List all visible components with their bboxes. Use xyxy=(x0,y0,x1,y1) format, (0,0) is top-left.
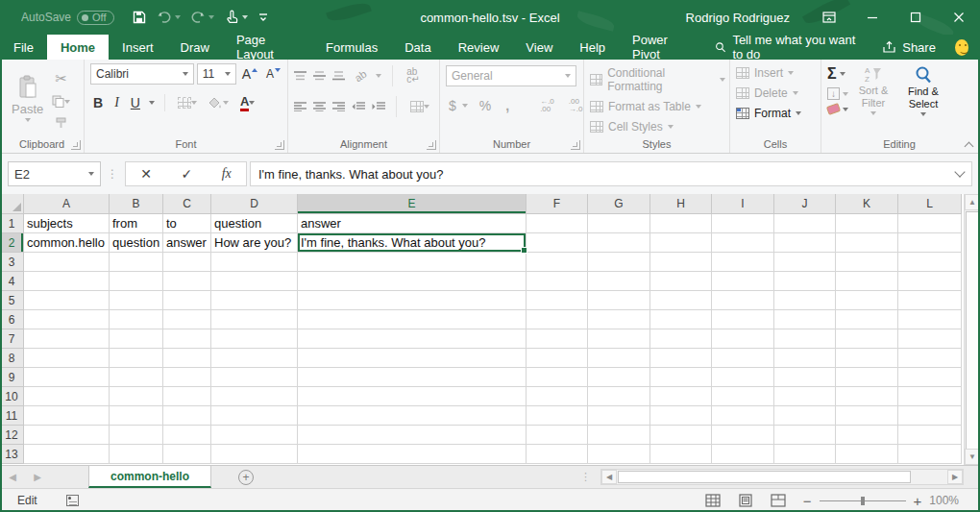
cell-B3[interactable] xyxy=(110,253,163,272)
paste-button[interactable]: Paste xyxy=(6,73,49,124)
redo-dropdown-icon[interactable] xyxy=(208,15,214,19)
column-header-L[interactable]: L xyxy=(898,194,962,214)
cell-J8[interactable] xyxy=(774,349,836,368)
tab-data[interactable]: Data xyxy=(391,35,444,60)
undo-dropdown-icon[interactable] xyxy=(175,15,181,19)
cell-B13[interactable] xyxy=(110,445,163,464)
cell-D6[interactable] xyxy=(211,310,298,329)
conditional-formatting-button[interactable]: Conditional Formatting xyxy=(590,66,725,93)
cell-B6[interactable] xyxy=(110,310,163,329)
zoom-slider[interactable] xyxy=(820,500,906,501)
cancel-entry-button[interactable]: ✕ xyxy=(140,166,152,182)
tab-page-layout[interactable]: Page Layout xyxy=(223,35,312,60)
name-box-dropdown-icon[interactable] xyxy=(88,172,94,176)
cell-F6[interactable] xyxy=(527,310,588,329)
ribbon-display-options-button[interactable] xyxy=(807,0,850,35)
cell-D2[interactable]: How are you? xyxy=(211,233,298,253)
cell-J1[interactable] xyxy=(774,214,836,233)
tell-me-box[interactable]: Tell me what you want to do xyxy=(705,33,869,61)
cell-A13[interactable] xyxy=(24,445,110,464)
cell-B11[interactable] xyxy=(110,406,163,426)
cell-E6[interactable] xyxy=(298,310,527,329)
cell-G11[interactable] xyxy=(588,406,650,426)
increase-decimal-button[interactable]: ←.0.00 xyxy=(537,96,557,115)
cell-G1[interactable] xyxy=(588,214,650,233)
cell-K1[interactable] xyxy=(836,214,898,233)
row-header-1[interactable]: 1 xyxy=(0,214,24,233)
cell-J7[interactable] xyxy=(774,329,836,349)
cell-H4[interactable] xyxy=(650,272,712,291)
cell-L9[interactable] xyxy=(898,368,962,387)
cell-I8[interactable] xyxy=(712,349,774,368)
share-button[interactable]: Share xyxy=(872,40,945,55)
cell-I12[interactable] xyxy=(712,426,774,445)
number-format-combo[interactable]: General xyxy=(446,65,576,86)
cell-C13[interactable] xyxy=(163,445,211,464)
column-header-B[interactable]: B xyxy=(110,194,163,214)
clipboard-dialog-launcher-icon[interactable] xyxy=(71,140,81,150)
cell-F5[interactable] xyxy=(527,291,588,310)
cell-C8[interactable] xyxy=(163,349,211,368)
cell-L8[interactable] xyxy=(898,349,962,368)
macro-record-icon[interactable] xyxy=(66,495,79,506)
cell-B10[interactable] xyxy=(110,387,163,406)
top-align-icon[interactable] xyxy=(294,71,306,81)
cell-F9[interactable] xyxy=(527,368,588,387)
cell-L10[interactable] xyxy=(898,387,962,406)
cell-K13[interactable] xyxy=(836,445,898,464)
cell-H10[interactable] xyxy=(650,387,712,406)
insert-cells-button[interactable]: Insert xyxy=(736,66,817,80)
cell-A8[interactable] xyxy=(24,349,110,368)
cell-G10[interactable] xyxy=(588,387,650,406)
cell-A2[interactable]: common.hello xyxy=(24,233,110,253)
cell-I4[interactable] xyxy=(712,272,774,291)
cell-K6[interactable] xyxy=(836,310,898,329)
cell-C7[interactable] xyxy=(163,329,211,349)
cell-F7[interactable] xyxy=(527,329,588,349)
column-header-C[interactable]: C xyxy=(163,194,211,214)
new-sheet-button[interactable]: + xyxy=(238,470,254,485)
zoom-in-button[interactable]: + xyxy=(914,493,922,509)
cell-A11[interactable] xyxy=(24,406,110,426)
horizontal-scroll-thumb[interactable] xyxy=(618,471,911,483)
row-header-10[interactable]: 10 xyxy=(0,387,24,406)
bottom-align-icon[interactable] xyxy=(332,71,345,81)
tab-formulas[interactable]: Formulas xyxy=(312,35,391,60)
cell-D12[interactable] xyxy=(211,426,298,445)
cell-K2[interactable] xyxy=(836,233,898,253)
cell-A5[interactable] xyxy=(24,291,110,310)
cell-C9[interactable] xyxy=(163,368,211,387)
cell-D13[interactable] xyxy=(211,445,298,464)
cell-F4[interactable] xyxy=(527,272,588,291)
align-right-icon[interactable] xyxy=(332,102,345,111)
cell-F8[interactable] xyxy=(527,349,588,368)
tab-insert[interactable]: Insert xyxy=(109,35,167,60)
orientation-button[interactable]: ab xyxy=(349,64,372,87)
cell-L5[interactable] xyxy=(898,291,962,310)
cell-styles-button[interactable]: Cell Styles xyxy=(590,120,725,134)
row-header-12[interactable]: 12 xyxy=(0,426,24,445)
cell-B9[interactable] xyxy=(110,368,163,387)
sheet-nav-right-icon[interactable]: ▶ xyxy=(25,466,50,488)
column-header-F[interactable]: F xyxy=(527,194,588,214)
cell-D3[interactable] xyxy=(211,253,298,272)
row-header-5[interactable]: 5 xyxy=(0,291,24,310)
scroll-right-button[interactable]: ▶ xyxy=(947,470,963,484)
cell-E1[interactable]: answer xyxy=(298,214,527,233)
column-header-E[interactable]: E xyxy=(298,194,527,214)
cell-C3[interactable] xyxy=(163,253,211,272)
cell-F2[interactable] xyxy=(527,233,588,253)
copy-button[interactable] xyxy=(49,93,73,110)
cell-I2[interactable] xyxy=(712,233,774,253)
cell-F1[interactable] xyxy=(527,214,588,233)
fill-button[interactable]: ↓ xyxy=(827,87,848,100)
cell-B8[interactable] xyxy=(110,349,163,368)
row-header-3[interactable]: 3 xyxy=(0,253,24,272)
touch-mode-dropdown-icon[interactable] xyxy=(242,15,248,19)
tab-home[interactable]: Home xyxy=(47,35,109,60)
collapse-ribbon-button[interactable] xyxy=(966,140,974,149)
row-header-13[interactable]: 13 xyxy=(0,445,24,464)
row-header-6[interactable]: 6 xyxy=(0,310,24,329)
cell-I10[interactable] xyxy=(712,387,774,406)
tab-draw[interactable]: Draw xyxy=(167,35,223,60)
